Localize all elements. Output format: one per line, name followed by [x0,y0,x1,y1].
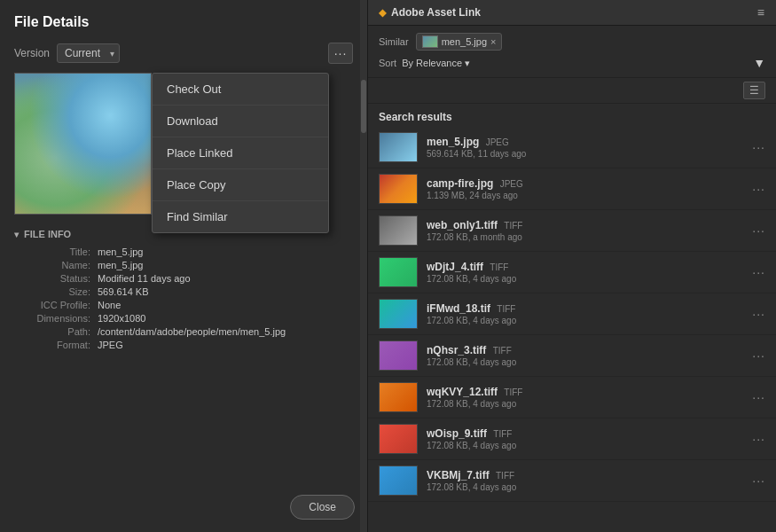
file-info-label: Dimensions: [14,313,94,324]
result-item[interactable]: wqKVY_12.tiff TIFF 172.08 KB, 4 days ago… [368,377,776,419]
file-info-value: 569.614 KB [98,286,353,297]
tag-close-button[interactable]: × [490,36,496,47]
result-item[interactable]: men_5.jpg JPEG 569.614 KB, 11 days ago ·… [368,127,776,168]
view-toggle-button[interactable]: ☰ [743,82,765,99]
result-name: web_only1.tiff TIFF [427,219,743,231]
result-meta: 172.08 KB, 4 days ago [427,357,743,367]
search-area: Similar men_5.jpg × Sort By Relevance ▾ … [368,26,776,78]
dropdown-item-download[interactable]: Download [153,106,328,137]
result-name: VKBMj_7.tiff TIFF [427,469,743,481]
result-thumbnail [379,215,418,246]
right-panel-header: ◆ Adobe Asset Link ≡ [368,0,776,26]
diamond-icon: ◆ [379,7,386,19]
result-name: wqKVY_12.tiff TIFF [427,386,743,398]
result-thumbnail [379,424,418,454]
result-item[interactable]: wDjtJ_4.tiff TIFF 172.08 KB, 4 days ago … [368,252,776,293]
result-item[interactable]: wOisp_9.tiff TIFF 172.08 KB, 4 days ago … [368,419,776,460]
result-name: men_5.jpg JPEG [427,136,743,148]
result-more-button[interactable]: ··· [752,390,765,404]
result-thumbnail [379,299,418,329]
panel-title: File Details [14,14,353,30]
version-label: Version [14,47,50,59]
result-meta: 172.08 KB, 4 days ago [427,274,743,284]
image-dropdown-container: Check Out Download Place Linked Place Co… [14,73,353,215]
similar-row: Similar men_5.jpg × [379,33,765,51]
dropdown-item-place-linked[interactable]: Place Linked [153,137,328,169]
result-more-button[interactable]: ··· [752,307,765,321]
version-select-wrapper[interactable]: Current [57,43,120,63]
result-info: wDjtJ_4.tiff TIFF 172.08 KB, 4 days ago [427,261,743,284]
result-info: camp-fire.jpg JPEG 1.139 MB, 24 days ago [427,177,743,200]
file-info-value: JPEG [98,340,353,350]
result-thumbnail [379,174,418,204]
result-info: web_only1.tiff TIFF 172.08 KB, a month a… [427,219,743,242]
dropdown-item-place-copy[interactable]: Place Copy [153,169,328,201]
file-info-value: /content/dam/adobe/people/men/men_5.jpg [98,326,353,337]
result-thumbnail [379,340,418,371]
dropdown-item-check-out[interactable]: Check Out [153,74,328,106]
file-info-value: Modified 11 days ago [98,273,353,284]
similar-label: Similar [379,36,409,47]
file-info-label: Name: [14,260,94,270]
sort-label: Sort [379,58,396,68]
result-more-button[interactable]: ··· [752,140,765,154]
result-info: wqKVY_12.tiff TIFF 172.08 KB, 4 days ago [427,386,743,409]
file-info-label: Status: [14,273,94,284]
result-item[interactable]: camp-fire.jpg JPEG 1.139 MB, 24 days ago… [368,168,776,210]
three-dots-button[interactable]: ··· [328,43,353,64]
result-item[interactable]: iFMwd_18.tif TIFF 172.08 KB, 4 days ago … [368,293,776,335]
result-meta: 172.08 KB, a month ago [427,232,743,242]
result-info: iFMwd_18.tif TIFF 172.08 KB, 4 days ago [427,302,743,325]
file-info-label: ICC Profile: [14,300,94,310]
result-more-button[interactable]: ··· [752,182,765,196]
dropdown-item-find-similar[interactable]: Find Similar [153,201,328,232]
result-name: wDjtJ_4.tiff TIFF [427,261,743,273]
result-thumbnail [379,382,418,412]
version-row: Version Current ··· [14,43,353,64]
file-info-label: Title: [14,246,94,257]
sort-select[interactable]: By Relevance ▾ [402,58,470,69]
file-info-section: ▾ FILE INFO Title:men_5.jpgName:men_5.jp… [14,229,353,518]
result-info: VKBMj_7.tiff TIFF 172.08 KB, 4 days ago [427,469,743,492]
version-select[interactable]: Current [57,43,120,63]
result-meta: 172.08 KB, 4 days ago [427,441,743,450]
result-more-button[interactable]: ··· [752,223,765,238]
filter-icon[interactable]: ▼ [753,56,765,70]
header-menu-button[interactable]: ≡ [757,5,765,20]
result-meta: 172.08 KB, 4 days ago [427,399,743,409]
results-list: men_5.jpg JPEG 569.614 KB, 11 days ago ·… [368,127,776,502]
file-info-value: men_5.jpg [98,246,353,257]
close-button[interactable]: Close [290,495,355,520]
context-dropdown-menu: Check Out Download Place Linked Place Co… [152,73,329,233]
right-header-title: ◆ Adobe Asset Link [379,6,481,19]
result-item[interactable]: nQhsr_3.tiff TIFF 172.08 KB, 4 days ago … [368,335,776,377]
result-meta: 172.08 KB, 4 days ago [427,316,743,325]
result-thumbnail [379,132,418,162]
result-info: men_5.jpg JPEG 569.614 KB, 11 days ago [427,136,743,159]
result-more-button[interactable]: ··· [752,473,765,488]
file-info-value: None [98,300,353,310]
result-more-button[interactable]: ··· [752,348,765,363]
chevron-icon: ▾ [14,230,19,239]
result-more-button[interactable]: ··· [752,432,765,446]
result-item[interactable]: web_only1.tiff TIFF 172.08 KB, a month a… [368,210,776,252]
results-area[interactable]: Search results men_5.jpg JPEG 569.614 KB… [368,104,776,532]
file-info-label: Format: [14,340,94,350]
file-info-value: 1920x1080 [98,313,353,324]
tag-thumbnail [422,35,438,48]
file-info-grid: Title:men_5.jpgName:men_5.jpgStatus:Modi… [14,246,353,350]
tag-name: men_5.jpg [442,36,487,47]
result-thumbnail [379,466,418,496]
result-meta: 172.08 KB, 4 days ago [427,482,743,492]
file-info-value: men_5.jpg [98,260,353,270]
result-meta: 569.614 KB, 11 days ago [427,149,743,159]
result-item[interactable]: VKBMj_7.tiff TIFF 172.08 KB, 4 days ago … [368,460,776,502]
result-name: iFMwd_18.tif TIFF [427,302,743,315]
result-name: camp-fire.jpg JPEG [427,177,743,190]
view-toggle-row: ☰ [368,78,776,104]
file-info-label: Size: [14,286,94,297]
tag-chip: men_5.jpg × [416,33,503,51]
file-info-label: Path: [14,326,94,337]
result-name: nQhsr_3.tiff TIFF [427,344,743,356]
result-more-button[interactable]: ··· [752,265,765,279]
